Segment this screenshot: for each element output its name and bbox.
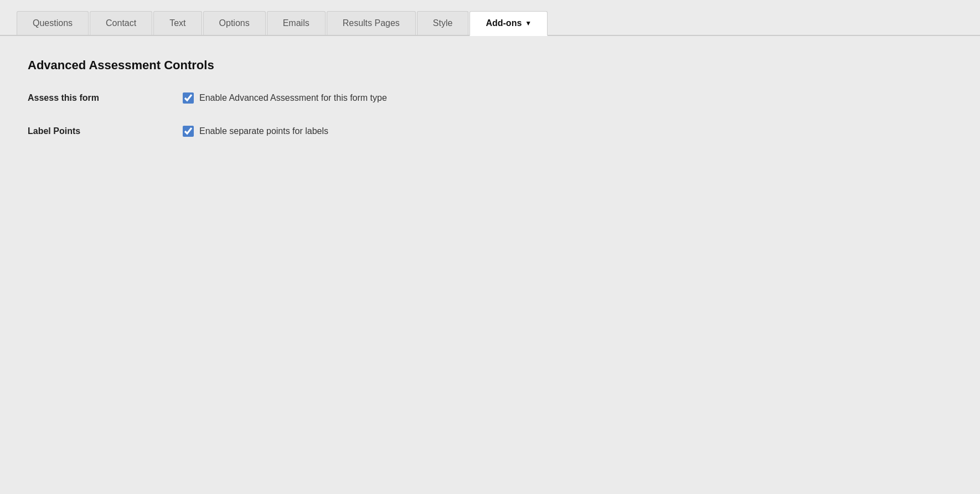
tab-style[interactable]: Style xyxy=(417,11,469,35)
tab-questions[interactable]: Questions xyxy=(17,11,89,35)
tab-options[interactable]: Options xyxy=(203,11,266,35)
tab-label-contact: Contact xyxy=(106,18,136,28)
tab-label-style: Style xyxy=(433,18,453,28)
tab-label-emails: Emails xyxy=(283,18,310,28)
checkbox-label-assess-form[interactable]: Enable Advanced Assessment for this form… xyxy=(199,93,387,103)
content-area: Advanced Assessment Controls Assess this… xyxy=(0,36,980,181)
tab-label-questions: Questions xyxy=(33,18,73,28)
form-row-assess-form: Assess this formEnable Advanced Assessme… xyxy=(28,92,952,104)
field-label-label-points: Label Points xyxy=(28,126,183,136)
checkbox-group-assess-form: Enable Advanced Assessment for this form… xyxy=(183,92,387,104)
tabs-bar: QuestionsContactTextOptionsEmailsResults… xyxy=(0,0,980,36)
tab-label-options: Options xyxy=(219,18,250,28)
field-label-assess-form: Assess this form xyxy=(28,93,183,103)
tab-text[interactable]: Text xyxy=(153,11,202,35)
form-row-label-points: Label PointsEnable separate points for l… xyxy=(28,126,952,137)
tab-label-add-ons: Add-ons xyxy=(486,18,522,28)
tab-contact[interactable]: Contact xyxy=(90,11,152,35)
tab-add-ons[interactable]: Add-ons▼ xyxy=(470,11,548,36)
chevron-down-icon: ▼ xyxy=(525,19,532,27)
section-title: Advanced Assessment Controls xyxy=(28,58,952,73)
checkbox-label-points[interactable] xyxy=(183,126,194,137)
checkbox-label-label-points[interactable]: Enable separate points for labels xyxy=(199,126,328,136)
tab-label-results-pages: Results Pages xyxy=(343,18,400,28)
checkbox-assess-form[interactable] xyxy=(183,92,194,104)
checkbox-group-label-points: Enable separate points for labels xyxy=(183,126,328,137)
tab-results-pages[interactable]: Results Pages xyxy=(327,11,416,35)
tab-label-text: Text xyxy=(169,18,185,28)
checkbox-wrapper-assess-form xyxy=(183,92,194,104)
form-fields: Assess this formEnable Advanced Assessme… xyxy=(28,92,952,137)
tab-emails[interactable]: Emails xyxy=(267,11,326,35)
checkbox-wrapper-label-points xyxy=(183,126,194,137)
